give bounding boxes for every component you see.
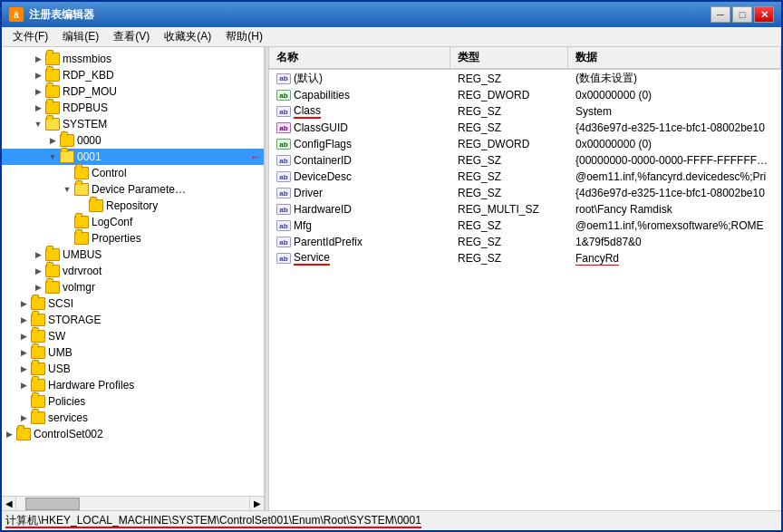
tree-scroll[interactable]: ▶ mssmbios ▶ RDP_KBD ▶ RDP_MOU xyxy=(2,47,264,496)
folder-icon-control xyxy=(74,167,89,179)
folder-icon-umb xyxy=(31,346,45,359)
tree-label-control: Control xyxy=(92,167,127,179)
folder-icon-system xyxy=(45,118,60,131)
list-row[interactable]: ab Service REG_SZ FancyRd xyxy=(269,250,781,266)
expander-hwprofiles[interactable]: ▶ xyxy=(16,378,31,392)
title-bar: à 注册表编辑器 ─ □ ✕ xyxy=(2,2,781,27)
tree-item-hwprofiles[interactable]: ▶ Hardware Profiles xyxy=(2,377,264,393)
list-header: 名称 类型 数据 xyxy=(269,47,781,70)
tree-item-logconf[interactable]: ▶ LogConf xyxy=(2,214,264,230)
expander-mssmbios[interactable]: ▶ xyxy=(31,52,45,66)
expander-umbus[interactable]: ▶ xyxy=(31,247,45,262)
list-row[interactable]: ab Mfg REG_SZ @oem11.inf,%romexsoftware%… xyxy=(269,218,781,234)
cell-name-containerid: ab ContainerID xyxy=(269,153,450,168)
expander-system[interactable]: ▼ xyxy=(31,117,45,131)
tree-label-system: SYSTEM xyxy=(63,118,107,131)
reg-sz-icon-mfg: ab xyxy=(276,220,291,231)
expander-rdpkbd[interactable]: ▶ xyxy=(31,68,45,82)
header-data[interactable]: 数据 xyxy=(568,47,781,68)
cell-type-devicedesc: REG_SZ xyxy=(450,169,568,184)
expander-sw[interactable]: ▶ xyxy=(16,329,31,343)
cell-name-class: ab Class xyxy=(269,103,450,120)
expander-storage[interactable]: ▶ xyxy=(16,313,31,327)
tree-label-deviceparam: Device Paramete… xyxy=(92,183,186,196)
menu-help[interactable]: 帮助(H) xyxy=(218,27,270,46)
list-row[interactable]: ab DeviceDesc REG_SZ @oem11.inf,%fancyrd… xyxy=(269,169,781,185)
expander-umb[interactable]: ▶ xyxy=(16,345,31,360)
tree-item-storage[interactable]: ▶ STORAGE xyxy=(2,312,264,328)
tree-item-properties[interactable]: ▶ Properties xyxy=(2,230,264,247)
tree-item-controlset002[interactable]: ▶ ControlSet002 xyxy=(2,426,264,442)
content-panel: 名称 类型 数据 ab (默认) REG_SZ (数值未设置) xyxy=(269,47,781,510)
menu-favorites[interactable]: 收藏夹(A) xyxy=(157,27,218,46)
tree-label-rdpmou: RDP_MOU xyxy=(63,85,117,98)
tree-item-control[interactable]: ▶ Control xyxy=(2,165,264,181)
folder-icon-controlset002 xyxy=(16,428,31,440)
tree-hscroll-thumb[interactable] xyxy=(25,498,80,510)
tree-item-0001[interactable]: ▼ 0001 ← xyxy=(2,149,264,165)
list-row[interactable]: ab ConfigFlags REG_DWORD 0x00000000 (0) xyxy=(269,136,781,152)
menu-edit[interactable]: 编辑(E) xyxy=(55,27,106,46)
tree-item-deviceparam[interactable]: ▼ Device Paramete… xyxy=(2,181,264,198)
cell-type-capabilities: REG_DWORD xyxy=(450,88,568,102)
tree-item-policies[interactable]: ▶ Policies xyxy=(2,393,264,410)
folder-icon-hwprofiles xyxy=(31,379,45,392)
cell-data-classguid: {4d36e97d-e325-11ce-bfc1-08002be10 xyxy=(568,121,781,135)
tree-item-rdpkbd[interactable]: ▶ RDP_KBD xyxy=(2,67,264,83)
expander-volmgr[interactable]: ▶ xyxy=(31,280,45,295)
hscroll-left-btn[interactable]: ◀ xyxy=(2,497,16,510)
tree-label-properties: Properties xyxy=(92,232,141,245)
list-row[interactable]: ab ClassGUID REG_SZ {4d36e97d-e325-11ce-… xyxy=(269,120,781,136)
cell-name-service: ab Service xyxy=(269,250,450,266)
expander-scsi[interactable]: ▶ xyxy=(16,296,31,311)
close-button[interactable]: ✕ xyxy=(754,6,774,23)
menu-file[interactable]: 文件(F) xyxy=(5,27,55,46)
cell-name-classguid: ab ClassGUID xyxy=(269,121,450,135)
tree-item-usb[interactable]: ▶ USB xyxy=(2,361,264,377)
expander-0000[interactable]: ▶ xyxy=(45,133,60,148)
tree-item-0000[interactable]: ▶ 0000 xyxy=(2,132,264,149)
tree-hscroll[interactable]: ◀ ▶ xyxy=(2,496,264,510)
maximize-button[interactable]: □ xyxy=(732,6,752,23)
expander-rdpmou[interactable]: ▶ xyxy=(31,84,45,99)
expander-deviceparam[interactable]: ▼ xyxy=(60,182,74,197)
expander-services[interactable]: ▶ xyxy=(16,411,31,425)
cell-data-configflags: 0x00000000 (0) xyxy=(568,137,781,151)
header-name[interactable]: 名称 xyxy=(269,47,450,68)
expander-0001[interactable]: ▼ xyxy=(45,150,60,164)
tree-item-vdrvroot[interactable]: ▶ vdrvroot xyxy=(2,263,264,279)
list-row[interactable]: ab (默认) REG_SZ (数值未设置) xyxy=(269,70,781,87)
list-row[interactable]: ab ParentIdPrefix REG_SZ 1&79f5d87&0 xyxy=(269,234,781,250)
tree-item-system[interactable]: ▼ SYSTEM xyxy=(2,116,264,132)
cell-name-default: ab (默认) xyxy=(269,70,450,87)
tree-item-volmgr[interactable]: ▶ volmgr xyxy=(2,279,264,295)
expander-vdrvroot[interactable]: ▶ xyxy=(31,264,45,278)
list-scroll[interactable]: ab (默认) REG_SZ (数值未设置) ab Capabilities R… xyxy=(269,70,781,510)
reg-sz-icon-containerid: ab xyxy=(276,155,291,166)
tree-item-umbus[interactable]: ▶ UMBUS xyxy=(2,247,264,263)
list-row[interactable]: ab Capabilities REG_DWORD 0x00000000 (0) xyxy=(269,87,781,103)
tree-item-scsi[interactable]: ▶ SCSI xyxy=(2,295,264,312)
tree-item-mssmbios[interactable]: ▶ mssmbios xyxy=(2,51,264,67)
header-type[interactable]: 类型 xyxy=(450,47,568,68)
list-row[interactable]: ab Driver REG_SZ {4d36e97d-e325-11ce-bfc… xyxy=(269,185,781,201)
main-area: ▶ mssmbios ▶ RDP_KBD ▶ RDP_MOU xyxy=(2,47,781,510)
minimize-button[interactable]: ─ xyxy=(710,6,730,23)
tree-panel: ▶ mssmbios ▶ RDP_KBD ▶ RDP_MOU xyxy=(2,47,265,510)
tree-item-repository[interactable]: ▶ Repository xyxy=(2,198,264,214)
tree-item-umb[interactable]: ▶ UMB xyxy=(2,344,264,361)
expander-usb[interactable]: ▶ xyxy=(16,362,31,376)
tree-item-sw[interactable]: ▶ SW xyxy=(2,328,264,344)
list-row[interactable]: ab Class REG_SZ System xyxy=(269,103,781,120)
hscroll-right-btn[interactable]: ▶ xyxy=(249,497,264,510)
tree-item-services[interactable]: ▶ services xyxy=(2,410,264,426)
menu-view[interactable]: 查看(V) xyxy=(106,27,157,46)
expander-rdpbus[interactable]: ▶ xyxy=(31,101,45,115)
list-row[interactable]: ab ContainerID REG_SZ {00000000-0000-000… xyxy=(269,152,781,169)
cell-data-devicedesc: @oem11.inf,%fancyrd.devicedesc%;Pri xyxy=(568,169,781,184)
list-row[interactable]: ab HardwareID REG_MULTI_SZ root\Fancy Ra… xyxy=(269,201,781,218)
expander-controlset002[interactable]: ▶ xyxy=(2,427,16,441)
tree-item-rdpmou[interactable]: ▶ RDP_MOU xyxy=(2,83,264,100)
tree-item-rdpbus[interactable]: ▶ RDPBUS xyxy=(2,100,264,116)
tree-label-repository: Repository xyxy=(106,199,158,212)
